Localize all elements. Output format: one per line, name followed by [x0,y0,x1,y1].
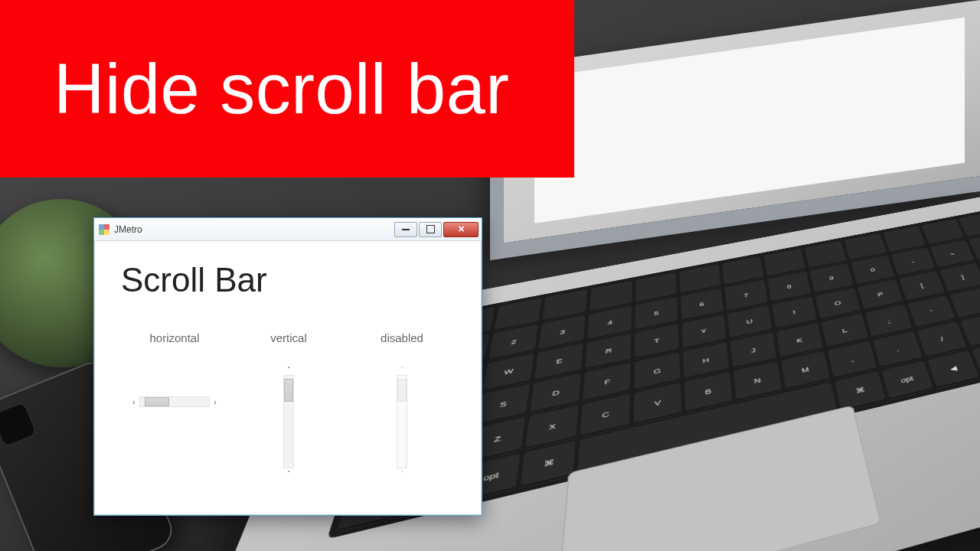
scroll-down-icon[interactable]: ˅ [282,468,296,479]
scroll-right-icon[interactable]: › [210,395,220,409]
disabled-track [397,375,407,468]
horizontal-thumb[interactable] [145,397,169,406]
disabled-thumb [397,379,407,402]
scroll-left-icon[interactable]: ‹ [129,395,139,409]
banner-title: Hide scroll bar [54,49,509,129]
window-titlebar[interactable]: JMetro [94,218,482,241]
window-title: JMetro [114,224,142,235]
title-banner: Hide scroll bar [0,0,574,178]
content-heading: Scroll Bar [121,261,455,299]
scroll-up-disabled-icon: ˄ [395,364,409,375]
column-disabled: disabled ˄ ˅ [357,331,447,479]
maximize-button[interactable] [419,222,442,237]
column-vertical: vertical ˄ ˅ [243,331,334,479]
window-controls [394,222,479,237]
label-vertical: vertical [270,331,307,344]
app-icon [99,224,109,235]
horizontal-scrollbar[interactable]: ‹ › [129,395,220,409]
scrollbar-columns: horizontal ‹ › vertical ˄ ˅ [121,331,455,479]
label-disabled: disabled [381,331,423,344]
close-button[interactable] [443,222,479,237]
minimize-button[interactable] [394,222,417,237]
horizontal-track[interactable] [139,396,210,407]
scroll-up-icon[interactable]: ˄ [282,364,296,375]
window-content: Scroll Bar horizontal ‹ › vertical ˄ [94,241,482,515]
jmetro-window: JMetro Scroll Bar horizontal ‹ › vertica [93,217,482,516]
label-horizontal: horizontal [149,331,199,344]
vertical-thumb[interactable] [284,379,293,402]
vertical-scrollbar[interactable]: ˄ ˅ [282,364,296,479]
column-horizontal: horizontal ‹ › [129,331,220,479]
disabled-scrollbar: ˄ ˅ [395,364,409,479]
vertical-track[interactable] [283,375,294,468]
scroll-down-disabled-icon: ˅ [395,468,409,479]
